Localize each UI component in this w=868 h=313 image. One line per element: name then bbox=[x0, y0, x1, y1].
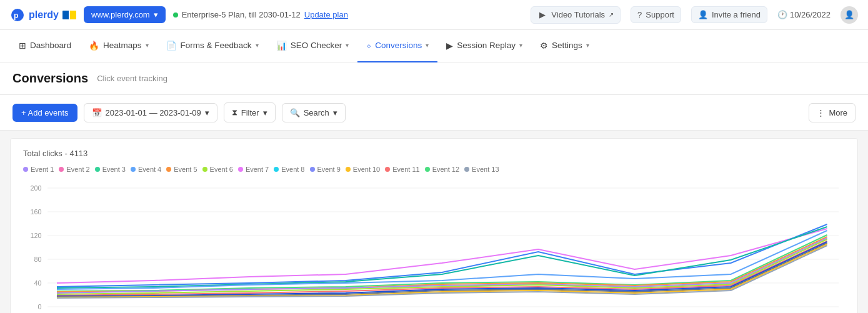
seo-chevron: ▾ bbox=[346, 42, 349, 49]
topbar-left: p plerdy www.plerdy.com ▾ Enterprise-5 P… bbox=[10, 6, 348, 23]
more-label: More bbox=[829, 108, 847, 117]
search-label: Search bbox=[304, 108, 329, 117]
support-label: Support bbox=[646, 10, 674, 19]
chart-total-clicks: Total clicks - 4113 bbox=[23, 149, 845, 158]
more-dots-icon: ⋮ bbox=[817, 108, 825, 117]
nav-session-replay-label: Session Replay bbox=[457, 41, 516, 50]
legend-item: Event 9 bbox=[310, 163, 341, 176]
chart-area: 200 160 120 80 40 0 01.01.23 02.01.23 03… bbox=[23, 182, 845, 313]
seo-icon: 📊 bbox=[276, 41, 287, 51]
legend-item: Event 1 bbox=[23, 163, 54, 176]
plan-text: Enterprise-5 Plan, till 2030-01-12 bbox=[182, 10, 301, 19]
page-subtitle: Click event tracking bbox=[97, 74, 167, 83]
search-button[interactable]: 🔍 Search ▾ bbox=[282, 103, 346, 122]
support-icon: ? bbox=[637, 10, 642, 19]
legend-item: Event 6 bbox=[202, 163, 233, 176]
legend-item: Event 11 bbox=[385, 163, 419, 176]
topbar-right: ▶ Video Tutorials ↗ ? Support 👤 Invite a… bbox=[531, 6, 858, 24]
external-link-icon: ↗ bbox=[609, 11, 614, 18]
chart-svg: 200 160 120 80 40 0 01.01.23 02.01.23 03… bbox=[23, 182, 845, 313]
heatmaps-icon: 🔥 bbox=[89, 41, 99, 51]
date-range-chevron: ▾ bbox=[205, 108, 209, 117]
invite-icon: 👤 bbox=[698, 10, 708, 19]
site-selector-label: www.plerdy.com bbox=[91, 10, 150, 19]
settings-chevron: ▾ bbox=[586, 42, 589, 49]
plan-info: Enterprise-5 Plan, till 2030-01-12 Updat… bbox=[173, 10, 348, 19]
logo-text: plerdy bbox=[29, 9, 59, 21]
legend-item: Event 13 bbox=[464, 163, 499, 176]
video-tutorials-button[interactable]: ▶ Video Tutorials ↗ bbox=[531, 6, 621, 24]
forms-icon: 📄 bbox=[166, 41, 177, 51]
svg-text:0: 0 bbox=[37, 303, 41, 311]
legend-item: Event 8 bbox=[274, 163, 304, 176]
nav-heatmaps-label: Heatmaps bbox=[103, 41, 142, 50]
filter-icon: ⧗ bbox=[232, 107, 237, 117]
invite-friend-button[interactable]: 👤 Invite a friend bbox=[691, 6, 767, 23]
video-icon: ▶ bbox=[537, 10, 547, 20]
navbar: ⊞ Dashboard 🔥 Heatmaps ▾ 📄 Forms & Feedb… bbox=[0, 30, 868, 62]
legend-item: Event 10 bbox=[346, 163, 380, 176]
nav-item-dashboard[interactable]: ⊞ Dashboard bbox=[10, 30, 80, 62]
nav-item-session-replay[interactable]: ▶ Session Replay ▾ bbox=[437, 30, 531, 62]
forms-chevron: ▾ bbox=[256, 42, 259, 49]
site-selector[interactable]: www.plerdy.com ▾ bbox=[84, 6, 166, 23]
nav-forms-label: Forms & Feedback bbox=[181, 41, 252, 50]
more-button[interactable]: ⋮ More bbox=[809, 103, 856, 122]
svg-text:160: 160 bbox=[30, 208, 41, 216]
session-replay-chevron: ▾ bbox=[519, 42, 522, 49]
conversions-chevron: ▾ bbox=[426, 42, 429, 49]
chart-legend: Event 1Event 2Event 3Event 4Event 5Event… bbox=[23, 163, 845, 176]
search-icon: 🔍 bbox=[290, 108, 300, 117]
filter-label: Filter bbox=[241, 108, 259, 117]
update-plan-link[interactable]: Update plan bbox=[304, 10, 348, 19]
user-icon: 👤 bbox=[844, 10, 854, 19]
date-range-value: 2023-01-01 — 2023-01-09 bbox=[106, 108, 201, 117]
settings-icon: ⚙ bbox=[540, 41, 548, 51]
legend-item: Event 7 bbox=[238, 163, 269, 176]
topbar: p plerdy www.plerdy.com ▾ Enterprise-5 P… bbox=[0, 0, 868, 30]
add-events-button[interactable]: + Add events bbox=[12, 104, 77, 122]
session-replay-icon: ▶ bbox=[446, 41, 453, 51]
date-value: 10/26/2022 bbox=[790, 10, 831, 19]
chart-container: Total clicks - 4113 Event 1Event 2Event … bbox=[10, 138, 858, 313]
page-header: Conversions Click event tracking bbox=[0, 62, 868, 95]
nav-seo-label: SEO Checker bbox=[291, 41, 342, 50]
nav-item-settings[interactable]: ⚙ Settings ▾ bbox=[531, 30, 598, 62]
logo-icon: p bbox=[10, 7, 25, 22]
date-display: 🕐 10/26/2022 bbox=[777, 10, 831, 19]
search-chevron: ▾ bbox=[333, 108, 337, 117]
conversions-icon: ⬦ bbox=[366, 41, 371, 50]
nav-settings-label: Settings bbox=[552, 41, 582, 50]
nav-item-seo-checker[interactable]: 📊 SEO Checker ▾ bbox=[267, 30, 358, 62]
nav-item-conversions[interactable]: ⬦ Conversions ▾ bbox=[357, 30, 437, 62]
legend-item: Event 12 bbox=[425, 163, 459, 176]
svg-text:p: p bbox=[14, 11, 18, 20]
heatmaps-chevron: ▾ bbox=[146, 42, 149, 49]
svg-text:200: 200 bbox=[30, 184, 41, 192]
support-button[interactable]: ? Support bbox=[631, 6, 681, 23]
filter-chevron: ▾ bbox=[263, 108, 267, 117]
page-title: Conversions bbox=[12, 71, 88, 86]
nav-item-heatmaps[interactable]: 🔥 Heatmaps ▾ bbox=[80, 30, 157, 62]
nav-dashboard-label: Dashboard bbox=[30, 41, 71, 50]
legend-item: Event 2 bbox=[59, 163, 89, 176]
filter-button[interactable]: ⧗ Filter ▾ bbox=[224, 102, 276, 122]
nav-conversions-label: Conversions bbox=[375, 41, 422, 50]
nav-item-forms-feedback[interactable]: 📄 Forms & Feedback ▾ bbox=[157, 30, 267, 62]
legend-item: Event 3 bbox=[95, 163, 126, 176]
toolbar: + Add events 📅 2023-01-01 — 2023-01-09 ▾… bbox=[0, 95, 868, 131]
video-tutorials-label: Video Tutorials bbox=[551, 10, 605, 19]
logo: p plerdy bbox=[10, 7, 76, 22]
date-range-picker[interactable]: 📅 2023-01-01 — 2023-01-09 ▾ bbox=[84, 103, 217, 122]
calendar-icon: 📅 bbox=[92, 108, 102, 117]
plan-status-dot bbox=[173, 12, 178, 17]
legend-item: Event 5 bbox=[166, 163, 197, 176]
invite-label: Invite a friend bbox=[712, 10, 761, 19]
dashboard-icon: ⊞ bbox=[19, 41, 26, 51]
site-selector-chevron: ▾ bbox=[154, 10, 158, 19]
user-avatar[interactable]: 👤 bbox=[841, 6, 858, 24]
svg-text:120: 120 bbox=[30, 232, 41, 239]
legend-item: Event 4 bbox=[131, 163, 161, 176]
logo-ua-flag bbox=[62, 11, 76, 19]
svg-text:80: 80 bbox=[34, 256, 41, 263]
